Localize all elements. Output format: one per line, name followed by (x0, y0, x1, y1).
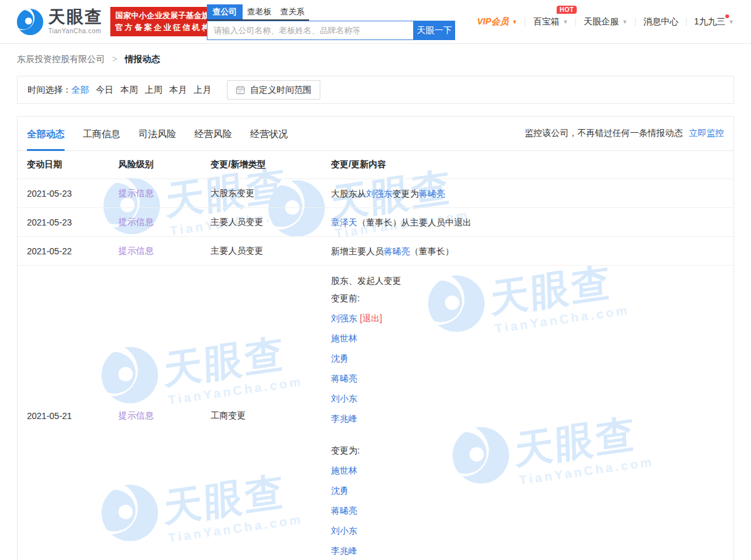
search-input[interactable] (207, 21, 414, 40)
cell-change-date: 2021-05-23 (27, 208, 118, 236)
table-row: 2021-05-23提示信息主要人员变更章泽天（董事长）从主要人员中退出 (18, 208, 733, 237)
cell-change-date: 2021-05-22 (27, 237, 118, 265)
search-tab-查公司[interactable]: 查公司 (207, 4, 243, 19)
person-link[interactable]: 李兆峰 (331, 413, 357, 423)
nav-item-label: 1九九三 (694, 16, 725, 28)
person-link[interactable]: 刘强东 (366, 189, 392, 199)
time-option-本周[interactable]: 本周 (120, 85, 138, 96)
page-title: 情报动态 (125, 54, 160, 64)
person-link[interactable]: 蒋晞亮 (331, 373, 357, 383)
content-line: 股东、发起人变更 (331, 274, 724, 287)
person-link[interactable]: 沈勇 (331, 485, 349, 495)
gov-certification-badge: 国家中小企业发展子基金旗下 官方备案企业征信机构 (110, 7, 223, 37)
nav-divider (635, 18, 636, 26)
cell-change-type: 工商变更 (211, 266, 331, 560)
time-filter-card: 时间选择： 全部今日本周上周本月上月 自定义时间范围 (17, 76, 734, 104)
person-link[interactable]: 施世林 (331, 333, 357, 343)
search-tab-查关系[interactable]: 查关系 (276, 4, 309, 19)
main-card: 全部动态工商信息司法风险经营风险经营状况 监控该公司，不再错过任何一条情报动态 … (17, 116, 734, 560)
content-line: 蒋晞亮 (331, 504, 724, 517)
column-header: 变动日期 (27, 159, 118, 170)
tab-经营风险[interactable]: 经营风险 (194, 117, 232, 151)
tab-全部动态[interactable]: 全部动态 (27, 117, 65, 151)
content-line: 沈勇 (331, 484, 724, 497)
content-line: 李兆峰 (331, 544, 724, 557)
column-header: 风险级别 (118, 159, 211, 170)
cell-risk-level[interactable]: 提示信息 (118, 208, 211, 236)
table-header-row: 变动日期风险级别变更/新增类型变更/更新内容 (18, 151, 733, 179)
nav-item-VIP会员[interactable]: VIP会员▼ (477, 16, 518, 28)
dynamics-table: 变动日期风险级别变更/新增类型变更/更新内容 2021-05-23提示信息大股东… (18, 151, 733, 560)
person-link[interactable]: 蒋晞亮 (419, 189, 445, 199)
cell-change-date: 2021-05-21 (27, 266, 118, 560)
nav-item-1九九三[interactable]: 1九九三▼ (694, 16, 734, 28)
notification-dot-icon (725, 14, 729, 18)
person-link[interactable]: 刘小东 (331, 393, 357, 403)
search-tab-查老板[interactable]: 查老板 (243, 4, 276, 19)
content-text: 变更前: (331, 293, 360, 303)
content-line: 变更为: (331, 444, 724, 457)
person-link[interactable]: 蒋晞亮 (384, 246, 410, 256)
cell-change-content: 新增主要人员蒋晞亮（董事长） (331, 237, 733, 265)
content-text: 变更为 (392, 189, 419, 199)
custom-range-button[interactable]: 自定义时间范围 (227, 80, 320, 100)
nav-item-天眼企服[interactable]: 天眼企服▼ (584, 16, 628, 28)
time-option-全部[interactable]: 全部 (71, 85, 89, 96)
time-option-本月[interactable]: 本月 (169, 85, 187, 96)
person-link[interactable]: 李兆峰 (331, 546, 357, 556)
category-tabs-row: 全部动态工商信息司法风险经营风险经营状况 监控该公司，不再错过任何一条情报动态 … (18, 117, 733, 151)
table-row: 2021-05-22提示信息主要人员变更新增主要人员蒋晞亮（董事长） (18, 237, 733, 266)
top-header: 天眼查 TianYanCha.com 国家中小企业发展子基金旗下 官方备案企业征… (0, 0, 751, 44)
nav-item-label: 消息中心 (643, 16, 678, 28)
content-text: 新增主要人员 (331, 246, 384, 256)
table-row: 2021-05-21提示信息工商变更股东、发起人变更变更前:刘强东 [退出]施世… (18, 266, 733, 560)
search-area: 查公司查老板查关系 天眼一下 (207, 4, 455, 40)
nav-divider (575, 18, 576, 26)
person-link[interactable]: 刘小东 (331, 526, 357, 536)
tab-经营状况[interactable]: 经营状况 (250, 117, 288, 151)
top-nav: VIP会员▼百宝箱HOT▼天眼企服▼消息中心1九九三▼ (477, 0, 734, 44)
nav-item-label: VIP会员 (477, 16, 509, 28)
content-text: （董事长） (410, 246, 454, 256)
time-option-上月[interactable]: 上月 (194, 85, 211, 96)
cell-change-type: 主要人员变更 (211, 237, 331, 265)
badge-line1: 国家中小企业发展子基金旗下 (115, 10, 218, 22)
cell-risk-level[interactable]: 提示信息 (118, 179, 211, 207)
content-line: 大股东从刘强东变更为蒋晞亮 (331, 187, 445, 200)
nav-divider (686, 18, 686, 26)
search-tabs: 查公司查老板查关系 (207, 4, 309, 21)
person-link[interactable]: 刘强东 (331, 313, 357, 323)
tab-司法风险[interactable]: 司法风险 (139, 117, 176, 151)
person-link[interactable]: 施世林 (331, 465, 357, 475)
search-button[interactable]: 天眼一下 (414, 21, 455, 40)
table-body: 2021-05-23提示信息大股东变更大股东从刘强东变更为蒋晞亮2021-05-… (18, 179, 733, 560)
content-line: 变更前: (331, 292, 724, 304)
content-text: 变更为: (331, 445, 360, 455)
person-link[interactable]: 沈勇 (331, 353, 349, 363)
time-option-今日[interactable]: 今日 (96, 85, 113, 96)
time-filter-options: 全部今日本周上周本月上月 (71, 85, 218, 96)
site-logo[interactable]: 天眼查 TianYanCha.com (17, 9, 103, 35)
monitor-now-link[interactable]: 立即监控 (689, 128, 724, 138)
logo-title: 天眼查 (48, 9, 103, 26)
nav-item-百宝箱[interactable]: 百宝箱HOT▼ (533, 16, 568, 28)
content-line: 刘小东 (331, 524, 724, 537)
time-option-上周[interactable]: 上周 (145, 85, 162, 96)
content-text: （董事长）从主要人员中退出 (357, 217, 471, 227)
cell-risk-level[interactable]: 提示信息 (118, 266, 211, 560)
content-line: 施世林 (331, 464, 724, 477)
nav-item-消息中心[interactable]: 消息中心 (643, 16, 678, 28)
column-header: 变更/新增类型 (211, 159, 331, 170)
tab-工商信息[interactable]: 工商信息 (83, 117, 120, 151)
person-link[interactable]: 蒋晞亮 (331, 506, 357, 516)
time-filter-label: 时间选择： (28, 85, 71, 96)
tianyancha-logo-icon (17, 9, 43, 35)
badge-line2: 官方备案企业征信机构 (115, 22, 218, 34)
calendar-icon (236, 85, 245, 95)
person-link[interactable]: 章泽天 (331, 217, 357, 227)
column-header: 变更/更新内容 (331, 159, 733, 170)
nav-item-label: 百宝箱 (533, 16, 559, 28)
breadcrumb-company-link[interactable]: 东辰投资控股有限公司 (17, 54, 105, 64)
chevron-down-icon: ▼ (512, 19, 518, 25)
cell-risk-level[interactable]: 提示信息 (118, 237, 211, 265)
